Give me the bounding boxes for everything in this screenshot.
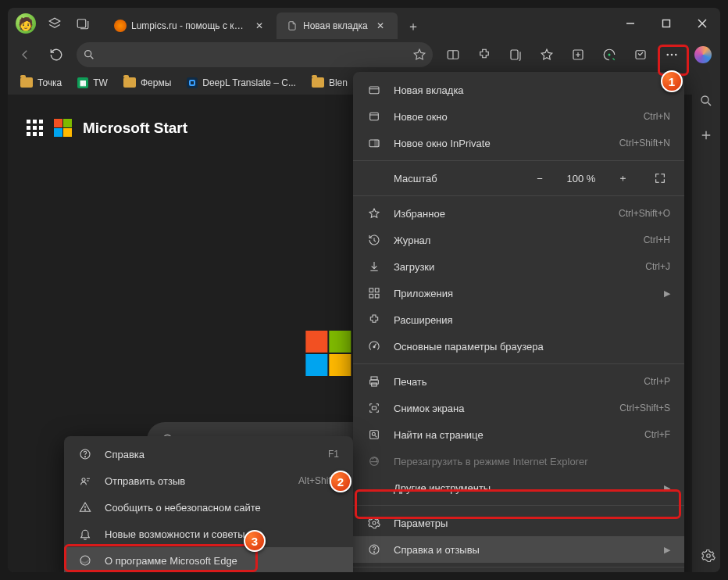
menu-item-shortcut: Ctrl+N — [644, 111, 670, 122]
browser-window: 🧑 Lumpics.ru - помощь с компьюте ✕ Новая… — [8, 8, 720, 572]
menu-item-label: Новое окно — [394, 111, 631, 123]
feedback-icon — [78, 474, 92, 487]
bookmark-label: TW — [93, 77, 108, 88]
menu-item-label: Приложения — [394, 288, 645, 299]
favorite-star-icon[interactable] — [412, 48, 426, 62]
svg-rect-8 — [511, 50, 518, 59]
zoom-value: 100 % — [562, 173, 600, 184]
menu-item-загрузки[interactable]: Загрузки Ctrl+J — [353, 253, 684, 280]
copilot-icon — [694, 46, 712, 63]
inprivate-icon — [367, 137, 381, 149]
menu-item-shortcut: Ctrl+Shift+S — [619, 403, 670, 414]
microsoft-logo-icon — [54, 119, 72, 137]
help-icon — [78, 448, 92, 460]
menu-item-новые-возможности-и-советы[interactable]: Новые возможности и советы — [64, 521, 353, 547]
find-icon — [367, 428, 381, 441]
menu-item-shortcut: F1 — [278, 449, 339, 460]
settings-and-more-button[interactable] — [658, 41, 686, 69]
puzzle-icon — [367, 313, 381, 326]
sidebar-search-icon[interactable] — [699, 94, 713, 108]
menu-item-сообщить-о-небезопасном-сайте[interactable]: Сообщить о небезопасном сайте — [64, 494, 353, 521]
warn-icon — [78, 501, 92, 514]
zoom-out-button[interactable]: − — [530, 168, 550, 188]
new-tab-button[interactable]: ＋ — [401, 14, 426, 39]
bookmark-folder-tochka[interactable]: Точка — [14, 74, 68, 91]
maximize-button[interactable] — [648, 8, 684, 39]
settings-icon — [367, 517, 381, 529]
svg-point-46 — [84, 510, 85, 510]
performance-button[interactable] — [595, 41, 623, 69]
svg-rect-34 — [372, 383, 377, 386]
menu-item-другие-инструменты[interactable]: Другие инструменты ▶ — [353, 474, 684, 501]
menu-item-печать[interactable]: Печать Ctrl+P — [353, 368, 684, 395]
menu-item-перезагрузить-в-режиме-internet-explorer: Перезагрузить в режиме Internet Explorer — [353, 448, 684, 474]
menu-item-label: Отправить отзыв — [105, 475, 266, 487]
close-icon[interactable]: ✕ — [252, 20, 267, 31]
browser-essentials-button[interactable] — [626, 41, 655, 69]
sidebar-add-icon[interactable] — [699, 128, 713, 142]
bookmark-folder-fermy[interactable]: Фермы — [117, 74, 177, 91]
svg-rect-2 — [663, 20, 670, 27]
favorites-button[interactable] — [533, 41, 561, 69]
svg-point-37 — [372, 432, 375, 435]
minimize-button[interactable] — [612, 8, 648, 39]
menu-item-label: Справка — [105, 449, 266, 460]
svg-rect-36 — [370, 431, 379, 439]
menu-item-label: Основные параметры браузера — [394, 341, 670, 353]
apps-icon — [367, 287, 381, 299]
menu-item-справка-и-отзывы[interactable]: Справка и отзывы ▶ — [353, 536, 684, 563]
sidebar-settings-icon[interactable] — [701, 549, 716, 563]
menu-item-избранное[interactable]: Избранное Ctrl+Shift+O — [353, 200, 684, 227]
close-window-button[interactable] — [684, 8, 720, 39]
reading-list-button[interactable] — [501, 41, 530, 69]
profile-avatar[interactable]: 🧑 — [16, 13, 36, 34]
tab-actions-button[interactable] — [69, 9, 97, 38]
menu-item-закрыть-microsoft-edge[interactable]: Закрыть Microsoft Edge — [353, 571, 684, 572]
menu-item-label: Параметры — [394, 517, 670, 529]
menu-item-расширения[interactable]: Расширения — [353, 306, 684, 333]
menu-item-отправить-отзыв[interactable]: Отправить отзыв Alt+Shift+ — [64, 467, 353, 494]
svg-point-15 — [671, 54, 673, 56]
extensions-button[interactable] — [470, 41, 498, 69]
menu-item-label: Журнал — [394, 235, 631, 246]
menu-item-параметры[interactable]: Параметры — [353, 510, 684, 536]
tab-new[interactable]: Новая вкладка ✕ — [277, 13, 398, 39]
copilot-button[interactable] — [689, 41, 717, 69]
chevron-right-icon: ▶ — [664, 483, 670, 493]
menu-item-label: Сообщить о небезопасном сайте — [105, 502, 339, 514]
split-screen-button[interactable] — [439, 41, 467, 69]
address-bar[interactable] — [77, 42, 433, 67]
workspaces-button[interactable] — [41, 9, 69, 38]
menu-item-приложения[interactable]: Приложения ▶ — [353, 280, 684, 306]
menu-item-снимок-экрана[interactable]: Снимок экрана Ctrl+Shift+S — [353, 395, 684, 421]
folder-icon — [20, 77, 33, 88]
bell-icon — [78, 528, 92, 540]
menu-item-основные-параметры-браузера[interactable]: Основные параметры браузера — [353, 333, 684, 360]
menu-item-новое-окно-inprivate[interactable]: Новое окно InPrivate Ctrl+Shift+N — [353, 130, 684, 156]
menu-item-о-программе-microsoft-edge[interactable]: О программе Microsoft Edge — [64, 547, 353, 572]
bookmark-sheets-tw[interactable]: ▦TW — [71, 74, 114, 91]
tab-lumpics[interactable]: Lumpics.ru - помощь с компьюте ✕ — [105, 13, 277, 39]
menu-item-label: Расширения — [394, 314, 670, 326]
menu-item-найти-на-странице[interactable]: Найти на странице Ctrl+F — [353, 421, 684, 448]
bookmark-folder-blen[interactable]: Blen — [305, 74, 354, 91]
menu-item-новое-окно[interactable]: Новое окно Ctrl+N — [353, 103, 684, 130]
fullscreen-button[interactable] — [650, 168, 670, 188]
collections-button[interactable] — [564, 41, 592, 69]
menu-item-справка[interactable]: Справка F1 — [64, 441, 353, 467]
menu-item-новая-вкладка[interactable]: Новая вкладка — [353, 77, 684, 103]
zoom-in-button[interactable]: ＋ — [612, 168, 633, 188]
address-input[interactable] — [102, 48, 406, 61]
edge-icon — [78, 554, 92, 567]
right-sidebar — [692, 70, 720, 572]
tab-title: Новая вкладка — [303, 20, 368, 31]
close-icon[interactable]: ✕ — [373, 20, 388, 31]
app-launcher-icon[interactable] — [27, 120, 43, 136]
menu-item-shortcut: Ctrl+Shift+N — [619, 138, 670, 149]
refresh-button[interactable] — [42, 41, 70, 69]
menu-item-label: Перезагрузить в режиме Internet Explorer — [394, 456, 670, 467]
menu-item-журнал[interactable]: Журнал Ctrl+H — [353, 227, 684, 253]
microsoft-logo-icon — [305, 331, 351, 376]
bookmark-deepl[interactable]: DeepL Translate – С... — [180, 74, 302, 91]
back-button[interactable] — [11, 41, 39, 69]
